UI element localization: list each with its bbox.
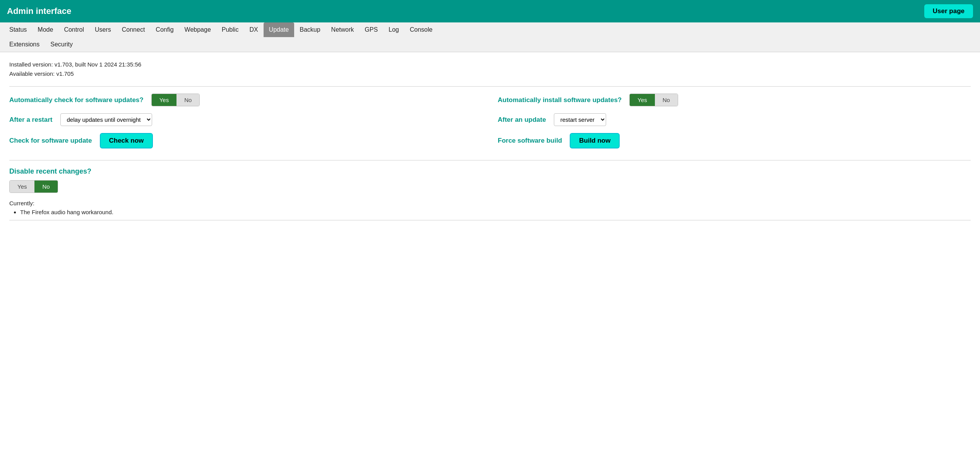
after-restart-row: After a restart delay updates until over… bbox=[9, 113, 482, 126]
available-version: Available version: v1.705 bbox=[9, 69, 971, 78]
right-column: Automatically install software updates? … bbox=[498, 94, 971, 155]
nav-item-public[interactable]: Public bbox=[216, 22, 244, 37]
navigation: StatusModeControlUsersConnectConfigWebpa… bbox=[0, 22, 980, 52]
auto-install-no-button[interactable]: No bbox=[655, 94, 678, 106]
main-content: Installed version: v1.703, built Nov 1 2… bbox=[0, 52, 980, 235]
after-update-select[interactable]: restart server do nothing bbox=[554, 113, 606, 126]
divider-3 bbox=[9, 220, 971, 220]
disable-yes-button[interactable]: Yes bbox=[10, 181, 34, 193]
nav-item-console[interactable]: Console bbox=[404, 22, 438, 37]
left-column: Automatically check for software updates… bbox=[9, 94, 482, 155]
recent-changes-list: The Firefox audio hang workaround. bbox=[20, 209, 971, 215]
disable-no-button[interactable]: No bbox=[34, 181, 57, 193]
nav-item-connect[interactable]: Connect bbox=[117, 22, 151, 37]
recent-change-item: The Firefox audio hang workaround. bbox=[20, 209, 971, 215]
after-restart-label: After a restart bbox=[9, 116, 53, 124]
auto-check-row: Automatically check for software updates… bbox=[9, 94, 482, 106]
build-now-button[interactable]: Build now bbox=[570, 133, 620, 148]
nav-item-dx[interactable]: DX bbox=[244, 22, 263, 37]
nav-row-1: StatusModeControlUsersConnectConfigWebpa… bbox=[4, 22, 976, 37]
auto-check-label: Automatically check for software updates… bbox=[9, 96, 144, 104]
user-page-button[interactable]: User page bbox=[924, 4, 973, 18]
nav-item-users[interactable]: Users bbox=[89, 22, 117, 37]
auto-check-no-button[interactable]: No bbox=[176, 94, 199, 106]
divider-2 bbox=[9, 160, 971, 160]
disable-changes-label: Disable recent changes? bbox=[9, 167, 971, 176]
app-title: Admin interface bbox=[7, 6, 71, 16]
settings-two-col: Automatically check for software updates… bbox=[9, 94, 971, 155]
force-build-row: Force software build Build now bbox=[498, 133, 971, 148]
installed-version: Installed version: v1.703, built Nov 1 2… bbox=[9, 60, 971, 69]
version-info: Installed version: v1.703, built Nov 1 2… bbox=[9, 60, 971, 78]
auto-install-toggle: Yes No bbox=[629, 94, 678, 106]
disable-changes-toggle-row: Yes No bbox=[9, 180, 971, 193]
nav-item-extensions[interactable]: Extensions bbox=[4, 37, 45, 52]
nav-item-mode[interactable]: Mode bbox=[32, 22, 58, 37]
auto-check-yes-button[interactable]: Yes bbox=[152, 94, 176, 106]
currently-label: Currently: bbox=[9, 200, 971, 206]
auto-check-toggle: Yes No bbox=[151, 94, 200, 106]
header: Admin interface User page bbox=[0, 0, 980, 22]
after-update-row: After an update restart server do nothin… bbox=[498, 113, 971, 126]
divider-1 bbox=[9, 86, 971, 87]
check-update-row: Check for software update Check now bbox=[9, 133, 482, 148]
nav-item-update[interactable]: Update bbox=[264, 22, 295, 37]
check-update-label: Check for software update bbox=[9, 137, 92, 145]
auto-install-row: Automatically install software updates? … bbox=[498, 94, 971, 106]
disable-section: Disable recent changes? Yes No Currently… bbox=[9, 167, 971, 215]
auto-install-label: Automatically install software updates? bbox=[498, 96, 622, 104]
nav-item-config[interactable]: Config bbox=[150, 22, 179, 37]
after-restart-select[interactable]: delay updates until overnight update imm… bbox=[60, 113, 152, 126]
nav-item-webpage[interactable]: Webpage bbox=[179, 22, 216, 37]
nav-item-security[interactable]: Security bbox=[45, 37, 78, 52]
nav-item-log[interactable]: Log bbox=[383, 22, 404, 37]
after-update-label: After an update bbox=[498, 116, 546, 124]
auto-install-yes-button[interactable]: Yes bbox=[630, 94, 654, 106]
nav-row-2: ExtensionsSecurity bbox=[4, 37, 976, 52]
nav-item-backup[interactable]: Backup bbox=[294, 22, 326, 37]
force-build-label: Force software build bbox=[498, 137, 562, 145]
disable-changes-toggle: Yes No bbox=[9, 180, 58, 193]
nav-item-gps[interactable]: GPS bbox=[359, 22, 383, 37]
check-now-button[interactable]: Check now bbox=[100, 133, 153, 148]
nav-item-network[interactable]: Network bbox=[326, 22, 360, 37]
nav-item-control[interactable]: Control bbox=[58, 22, 89, 37]
nav-item-status[interactable]: Status bbox=[4, 22, 32, 37]
